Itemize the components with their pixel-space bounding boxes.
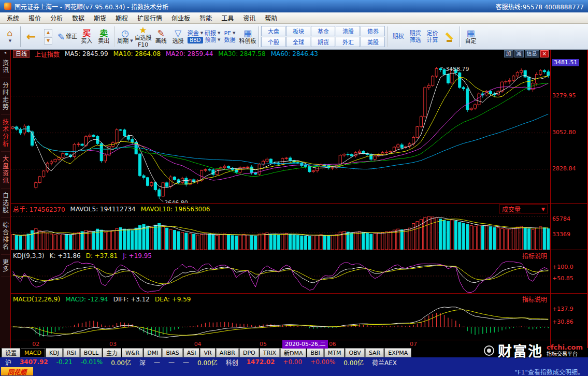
funds-bbd-button[interactable]: 资金▼BBD bbox=[187, 25, 204, 48]
collapse-sidebar-icon[interactable]: ◂ bbox=[4, 50, 6, 56]
menu-item-工具[interactable]: 工具 bbox=[217, 13, 238, 22]
indicator-tab-OBV[interactable]: OBV bbox=[345, 348, 364, 357]
menu-item-扩展行情[interactable]: 扩展行情 bbox=[133, 13, 167, 22]
buy-button[interactable]: 买买入 bbox=[78, 25, 95, 48]
kdj-indicator-help-link[interactable]: 指标说明 bbox=[522, 251, 547, 260]
correct-button[interactable]: ✎修正 bbox=[57, 25, 78, 48]
nav-板块-button[interactable]: 板块 bbox=[286, 26, 310, 36]
info-button[interactable]: 信息 bbox=[525, 50, 539, 57]
nav-大盘-button[interactable]: 大盘 bbox=[261, 26, 285, 36]
nav-个股-button[interactable]: 个股 bbox=[261, 37, 285, 47]
close-panel-button[interactable]: × bbox=[540, 50, 549, 57]
menu-item-智能[interactable]: 智能 bbox=[195, 13, 217, 22]
pe-data-row-0: PE▼ bbox=[224, 30, 235, 37]
macd-panel[interactable] bbox=[11, 305, 550, 340]
indicator-tab-设置[interactable]: 设置 bbox=[2, 348, 20, 357]
nav-基金-button[interactable]: 基金 bbox=[311, 26, 335, 36]
pricing-calculator-button[interactable]: 定价计算 bbox=[424, 25, 440, 48]
futures-screener-row-1: 筛选 bbox=[409, 37, 421, 44]
home-button[interactable]: ⌂▼ bbox=[2, 25, 18, 48]
nav-全球-button[interactable]: 全球 bbox=[286, 37, 310, 47]
page-arrows-button[interactable]: ▲▼ bbox=[40, 25, 56, 48]
menu-item-期权[interactable]: 期权 bbox=[111, 13, 133, 22]
indicator-tab-DMI[interactable]: DMI bbox=[144, 348, 162, 357]
futures-screener-label-1: 筛选 bbox=[409, 37, 421, 44]
sidebar-item-综合排名[interactable]: 综合排名 bbox=[1, 218, 10, 255]
research-button[interactable]: 研报▼预测▼ bbox=[204, 25, 221, 48]
volume-panel[interactable] bbox=[11, 214, 550, 250]
kdj-panel[interactable] bbox=[11, 261, 550, 293]
macd-dea-label: DEA: +9.59 bbox=[155, 296, 191, 303]
high-annotation: 3458.79 bbox=[446, 66, 469, 73]
nav-债券-button[interactable]: 债券 bbox=[361, 26, 385, 36]
indicator-tab-MACD[interactable]: MACD bbox=[21, 348, 45, 357]
indicator-tab-VR[interactable]: VR bbox=[200, 348, 215, 357]
sidebar-item-更多[interactable]: 更多 bbox=[1, 255, 10, 277]
volume-header: 总手: 174562370 MAVOL5: 194112734 MAVOL10:… bbox=[11, 203, 550, 214]
indicator-tab-TRIX[interactable]: TRIX bbox=[260, 348, 280, 357]
menubar: 系统报价分析数据期货期权扩展行情创业板智能工具资讯帮助 bbox=[0, 12, 588, 24]
main-chart-header: 日线 上证指数 MA5: 2845.99 MA10: 2864.08 MA20:… bbox=[11, 50, 550, 58]
page-down-icon[interactable]: ▼ bbox=[44, 37, 52, 45]
period-daily-tab[interactable]: 日线 bbox=[13, 50, 30, 58]
learning-button[interactable] bbox=[441, 25, 457, 48]
nav-港股-button[interactable]: 港股 bbox=[336, 26, 360, 36]
indicator-tab-DPO[interactable]: DPO bbox=[239, 348, 259, 357]
period-button[interactable]: ◷周期▼ bbox=[117, 25, 133, 48]
ma30-label: MA30: 2847.58 bbox=[218, 50, 265, 57]
ths-logo: 同花顺 bbox=[1, 367, 33, 375]
draw-line-button[interactable]: ✎画线 bbox=[153, 25, 169, 48]
pe-data-button[interactable]: PE▼数据 bbox=[221, 25, 238, 48]
star-board-button[interactable]: ▦科创板 bbox=[238, 25, 256, 48]
period-label: 周期▼ bbox=[117, 38, 133, 45]
menu-item-分析[interactable]: 分析 bbox=[46, 13, 67, 22]
sidebar-item-分时走势[interactable]: 分时走势 bbox=[1, 78, 10, 115]
indicator-tab-ASI[interactable]: ASI bbox=[183, 348, 200, 357]
menu-item-系统[interactable]: 系统 bbox=[2, 13, 24, 22]
indicator-tab-BIAS[interactable]: BIAS bbox=[162, 348, 182, 357]
menu-item-资讯[interactable]: 资讯 bbox=[238, 13, 260, 22]
customize-button[interactable]: ▦自定 bbox=[462, 25, 479, 48]
indicator-tab-SAR[interactable]: SAR bbox=[365, 348, 384, 357]
sidebar-item-大盘资讯[interactable]: 大盘资讯 bbox=[1, 152, 10, 189]
quote-segment: -0.21 bbox=[56, 358, 73, 366]
volume-type-select[interactable]: 成交量 ▼ bbox=[499, 205, 548, 213]
menu-item-数据[interactable]: 数据 bbox=[67, 13, 89, 22]
nav-期货-button[interactable]: 期货 bbox=[311, 37, 335, 47]
indicator-tab-EXPMA[interactable]: EXPMA bbox=[384, 348, 411, 357]
watchlist-button[interactable]: ★自选股F10 bbox=[134, 25, 152, 48]
zoom-in-button[interactable]: 加 bbox=[504, 50, 513, 57]
sell-button[interactable]: 卖卖出 bbox=[95, 25, 112, 48]
futures-screener-button[interactable]: 期货筛选 bbox=[407, 25, 423, 48]
sidebar-item-自选股[interactable]: 自选股 bbox=[1, 189, 10, 218]
menu-item-报价[interactable]: 报价 bbox=[24, 13, 46, 22]
page-up-icon[interactable]: ▲ bbox=[44, 29, 52, 36]
sidebar-item-技术分析[interactable]: 技术分析 bbox=[1, 115, 10, 152]
indicator-tab-新DMA[interactable]: 新DMA bbox=[280, 348, 307, 357]
indicator-tab-BOLL[interactable]: BOLL bbox=[80, 348, 102, 357]
date-tick-07: 07 bbox=[410, 341, 417, 348]
indicator-tab-BBI[interactable]: BBI bbox=[307, 348, 323, 357]
sidebar-item-资讯[interactable]: 资讯 bbox=[1, 56, 10, 78]
indicator-tab-MTM[interactable]: MTM bbox=[324, 348, 345, 357]
nav-外汇-button[interactable]: 外汇 bbox=[336, 37, 360, 47]
draw-line-icon: ✎ bbox=[157, 28, 165, 38]
indicator-tab-RSI[interactable]: RSI bbox=[63, 348, 80, 357]
indicator-tab-主力[interactable]: 主力 bbox=[103, 348, 121, 357]
macd-indicator-help-link[interactable]: 指标说明 bbox=[522, 295, 547, 303]
watchlist-label: 自选股 bbox=[135, 35, 152, 41]
dropdown-caret-icon: ▼ bbox=[218, 37, 220, 44]
main-chart-panel[interactable]: 3458.792646.80 bbox=[11, 58, 550, 203]
menu-item-帮助[interactable]: 帮助 bbox=[260, 13, 282, 22]
indicator-tab-KDJ[interactable]: KDJ bbox=[46, 348, 63, 357]
ma60-label: MA60: 2846.43 bbox=[271, 50, 318, 57]
nav-美股-button[interactable]: 美股 bbox=[361, 37, 385, 47]
stock-picker-button[interactable]: ▽选股 bbox=[170, 25, 187, 48]
menu-item-创业板[interactable]: 创业板 bbox=[167, 13, 195, 22]
back-button[interactable]: ← bbox=[23, 25, 39, 48]
zoom-out-button[interactable]: 减 bbox=[514, 50, 524, 57]
indicator-tab-ARBR[interactable]: ARBR bbox=[216, 348, 239, 357]
indicator-tab-W&R[interactable]: W&R bbox=[122, 348, 143, 357]
menu-item-期货[interactable]: 期货 bbox=[89, 13, 111, 22]
options-button[interactable]: 期权 bbox=[390, 25, 406, 48]
